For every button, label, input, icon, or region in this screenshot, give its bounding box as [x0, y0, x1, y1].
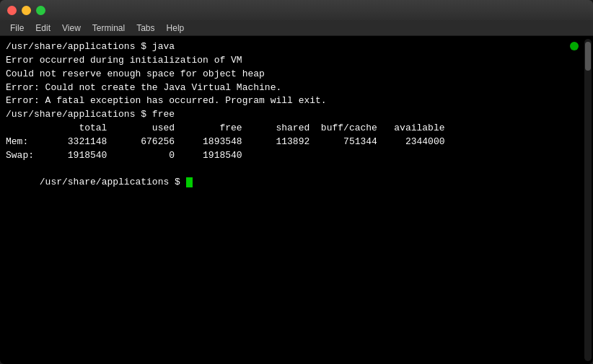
terminal-line-3: Error: Could not create the Java Virtual…	[6, 81, 587, 95]
terminal-line-1: Error occurred during initialization of …	[6, 54, 587, 68]
menu-terminal[interactable]: Terminal	[87, 22, 131, 35]
terminal-window: File Edit View Terminal Tabs Help /usr/s…	[0, 0, 593, 364]
terminal-line-2: Could not reserve enough space for objec…	[6, 68, 587, 81]
close-button[interactable]	[7, 6, 17, 15]
terminal-line-0: /usr/share/applications $ java	[6, 40, 587, 54]
scrollbar[interactable]	[584, 39, 592, 361]
terminal-line-10: /usr/share/applications $	[6, 163, 587, 204]
menu-edit[interactable]: Edit	[30, 22, 56, 35]
titlebar	[0, 0, 593, 20]
menu-view[interactable]: View	[56, 22, 87, 35]
terminal-body[interactable]: /usr/share/applications $ java Error occ…	[0, 36, 593, 364]
terminal-line-8: Mem: 3321148 676256 1893548 113892 75134…	[6, 136, 587, 149]
terminal-line-4: Error: A fatal exception has occurred. P…	[6, 94, 587, 108]
scrollbar-thumb	[585, 42, 591, 71]
menu-file[interactable]: File	[4, 22, 30, 35]
menu-bar: File Edit View Terminal Tabs Help	[0, 20, 593, 36]
menu-help[interactable]: Help	[161, 22, 190, 35]
terminal-line-7: total used free shared buff/cache availa…	[6, 122, 587, 136]
menu-tabs[interactable]: Tabs	[131, 22, 160, 35]
terminal-line-9: Swap: 1918540 0 1918540	[6, 149, 587, 163]
status-indicator	[570, 42, 579, 50]
maximize-button[interactable]	[36, 6, 45, 15]
terminal-line-6: /usr/share/applications $ free	[6, 108, 587, 122]
window-buttons	[7, 6, 45, 15]
minimize-button[interactable]	[22, 6, 31, 15]
terminal-cursor	[186, 177, 193, 187]
